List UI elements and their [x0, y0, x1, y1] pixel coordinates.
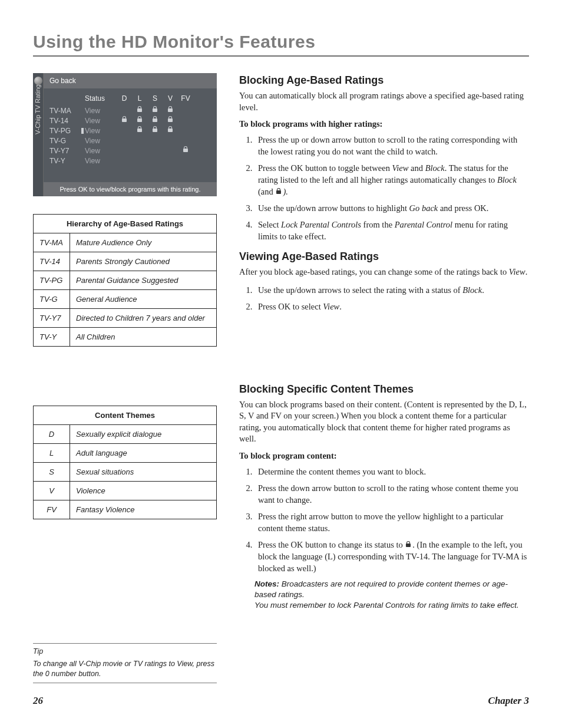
theme-desc: Sexually explicit dialogue	[70, 425, 217, 444]
lock-icon	[167, 126, 174, 133]
vchip-row-tv-y[interactable]: TV-YView	[49, 156, 211, 166]
s1-step3: Use the up/down arrow buttons to highlig…	[254, 202, 529, 214]
table-row: VViolence	[34, 482, 217, 500]
vchip-row-tv-14[interactable]: TV-14View	[49, 116, 211, 126]
lock-icon	[405, 541, 412, 548]
section2-steps: Use the up/down arrows to select the rat…	[239, 284, 529, 312]
theme-code: L	[34, 444, 70, 463]
hierarchy-table: Hierarchy of Age-Based Ratings TV-MAMatu…	[33, 214, 217, 347]
col-d: D	[117, 94, 132, 103]
status-value: View	[85, 147, 117, 155]
rating-code: TV-Y7	[34, 309, 70, 328]
hierarchy-table-title: Hierarchy of Age-Based Ratings	[34, 215, 217, 233]
vchip-row-tv-pg[interactable]: TV-PGView	[49, 126, 211, 136]
section1-heading: Blocking Age-Based Ratings	[239, 74, 529, 87]
vchip-sidebar: V-Chip TV Rating	[33, 73, 44, 196]
vchip-row-tv-ma[interactable]: TV-MAView	[49, 106, 211, 116]
tip-label: Tip	[33, 647, 217, 655]
section2-heading: Viewing Age-Based Ratings	[239, 251, 529, 263]
go-back-row[interactable]: Go back	[44, 73, 217, 88]
chapter-rule	[33, 55, 529, 57]
theme-code: V	[34, 482, 70, 500]
lock-icon	[151, 106, 158, 113]
theme-desc: Fantasy Violence	[70, 500, 217, 519]
page-number: 26	[33, 695, 43, 707]
status-value: View	[85, 157, 117, 165]
lock-icon	[136, 126, 143, 133]
tip-rule-bottom	[33, 683, 217, 683]
rating-label: TV-Y	[49, 157, 85, 165]
tip-block: Tip To change all V-Chip movie or TV rat…	[33, 643, 217, 683]
section1-steps: Press the up or down arrow button to scr…	[239, 134, 529, 242]
themes-table-title: Content Themes	[34, 406, 217, 425]
col-v: V	[163, 94, 178, 103]
table-row: TV-14Parents Strongly Cautioned	[34, 252, 217, 271]
theme-code: FV	[34, 500, 70, 519]
vchip-side-label: V-Chip TV Rating	[34, 84, 41, 134]
table-row: TV-PGParental Guidance Suggested	[34, 271, 217, 290]
lock-icon	[151, 126, 158, 133]
rating-code: TV-Y	[34, 328, 70, 347]
table-row: LAdult language	[34, 444, 217, 463]
status-value: View	[85, 117, 117, 125]
table-row: FVFantasy Violence	[34, 500, 217, 519]
table-row: TV-GGeneral Audience	[34, 290, 217, 309]
theme-desc: Adult language	[70, 444, 217, 463]
s2-step1: Use the up/down arrows to select the rat…	[254, 284, 529, 296]
col-s: S	[147, 94, 163, 103]
vchip-row-tv-g[interactable]: TV-GView	[49, 136, 211, 146]
s1-step4: Select Lock Parental Controls from the P…	[254, 219, 529, 242]
section3-intro: You can block programs based on their co…	[239, 399, 529, 445]
rating-label: TV-G	[49, 137, 85, 145]
section3-notes: Notes: Broadcasters are not required to …	[254, 579, 529, 611]
lock-icon	[136, 116, 143, 123]
status-value: View	[85, 107, 117, 115]
s1-step2: Press the OK button to toggle between Vi…	[254, 162, 529, 197]
themes-table: Content Themes DSexually explicit dialog…	[33, 406, 217, 519]
cursor-icon	[81, 128, 84, 134]
col-fv: FV	[178, 94, 193, 103]
theme-desc: Sexual situations	[70, 463, 217, 482]
lock-icon	[167, 116, 174, 123]
rating-desc: All Children	[70, 328, 217, 347]
rating-code: TV-MA	[34, 233, 70, 252]
col-status: Status	[85, 94, 117, 103]
section1-subhead: To block programs with higher ratings:	[239, 119, 529, 129]
s3-step1: Determine the content themes you want to…	[254, 466, 529, 477]
vchip-row-tv-y7[interactable]: TV-Y7View	[49, 146, 211, 156]
vchip-panel: V-Chip TV Rating Go back StatusDLSVFVTV-…	[33, 73, 217, 196]
table-row: TV-MAMature Audience Only	[34, 233, 217, 252]
status-value: View	[85, 127, 117, 135]
section1-intro: You can automatically block all program …	[239, 90, 529, 113]
lock-icon	[151, 116, 158, 123]
lock-icon	[182, 146, 189, 153]
status-value: View	[85, 137, 117, 145]
chapter-label: Chapter 3	[488, 695, 529, 707]
vchip-footer: Press OK to view/block programs with thi…	[44, 182, 217, 196]
section2-intro: After you block age-based ratings, you c…	[239, 266, 529, 278]
section3-subhead: To block program content:	[239, 451, 529, 461]
rating-label: TV-PG	[49, 127, 85, 135]
section3-heading: Blocking Specific Content Themes	[239, 383, 529, 396]
rating-desc: Directed to Children 7 years and older	[70, 309, 217, 328]
lock-icon	[121, 116, 128, 123]
s3-step4: Press the OK button to change its status…	[254, 539, 529, 574]
section3-steps: Determine the content themes you want to…	[239, 466, 529, 574]
rating-code: TV-PG	[34, 271, 70, 290]
tip-body: To change all V-Chip movie or TV ratings…	[33, 659, 217, 679]
theme-code: D	[34, 425, 70, 444]
rating-label: TV-Y7	[49, 147, 85, 155]
lock-icon	[167, 106, 174, 113]
rating-desc: Parental Guidance Suggested	[70, 271, 217, 290]
s3-step2: Press the down arrow button to scroll to…	[254, 482, 529, 506]
table-row: TV-YAll Children	[34, 328, 217, 347]
chapter-title: Using the HD Monitor's Features	[33, 32, 529, 52]
rating-code: TV-14	[34, 252, 70, 271]
tip-rule-top	[33, 643, 217, 644]
rating-code: TV-G	[34, 290, 70, 309]
rating-desc: General Audience	[70, 290, 217, 309]
globe-icon	[34, 77, 42, 85]
lock-icon	[276, 188, 282, 195]
table-row: SSexual situations	[34, 463, 217, 482]
theme-code: S	[34, 463, 70, 482]
